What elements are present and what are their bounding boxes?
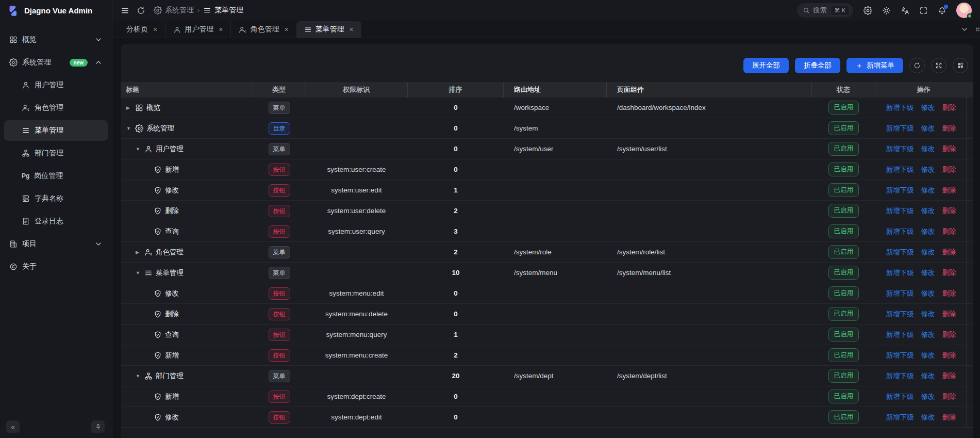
action-add-child[interactable]: 新增下级 (886, 351, 914, 360)
expand-row-arrow-icon[interactable]: ▶ (126, 105, 134, 110)
action-add-child[interactable]: 新增下级 (886, 248, 914, 257)
collapse-all-button[interactable]: 折叠全部 (795, 58, 840, 73)
action-delete[interactable]: 删除 (942, 330, 956, 339)
action-add-child[interactable]: 新增下级 (886, 392, 914, 401)
action-add-child[interactable]: 新增下级 (886, 206, 914, 216)
fullscreen-icon[interactable] (919, 6, 928, 15)
content-maximize-button[interactable] (973, 21, 980, 38)
language-translate-icon[interactable] (901, 6, 909, 15)
add-menu-button[interactable]: ＋ 新增菜单 (846, 58, 903, 73)
collapse-row-arrow-icon[interactable]: ▼ (126, 126, 134, 131)
user-avatar[interactable] (956, 3, 972, 18)
sidebar-item-log[interactable]: 登录日志 (4, 211, 108, 232)
close-tab-icon[interactable]: × (153, 26, 157, 33)
notifications-button[interactable] (938, 6, 946, 15)
close-tab-icon[interactable]: × (219, 26, 223, 33)
close-tab-icon[interactable]: × (350, 26, 354, 33)
sidebar-item-grid[interactable]: 概览 (4, 29, 108, 50)
sidebar-item-copyright[interactable]: 关于 (4, 256, 108, 277)
action-add-child[interactable]: 新增下级 (886, 227, 914, 236)
action-edit[interactable]: 修改 (921, 227, 935, 236)
action-add-child[interactable]: 新增下级 (886, 310, 914, 319)
action-delete[interactable]: 删除 (942, 392, 956, 401)
tab-0[interactable]: 分析页 × (119, 21, 165, 38)
tab-2[interactable]: 角色管理 × (230, 21, 296, 38)
action-edit[interactable]: 修改 (921, 289, 935, 298)
pin-sidebar-button[interactable] (91, 420, 105, 433)
action-delete[interactable]: 删除 (942, 289, 956, 298)
settings-gear-icon[interactable] (863, 6, 872, 15)
action-edit[interactable]: 修改 (921, 103, 935, 112)
action-edit[interactable]: 修改 (921, 186, 935, 195)
row-title: 查询 (165, 227, 179, 236)
theme-sun-icon[interactable] (882, 6, 891, 15)
refresh-icon[interactable] (137, 6, 145, 15)
close-tab-icon[interactable]: × (284, 26, 288, 33)
sidebar-item-org[interactable]: 部门管理 (4, 143, 108, 164)
expand-table-button[interactable] (931, 58, 946, 73)
sidebar-item-dict[interactable]: 字典名称 (4, 188, 108, 209)
expand-all-button[interactable]: 展开全部 (743, 58, 789, 73)
action-edit[interactable]: 修改 (921, 165, 935, 174)
action-edit[interactable]: 修改 (921, 248, 935, 257)
refresh-table-button[interactable] (909, 58, 925, 73)
sidebar-item-user[interactable]: 用户管理 (4, 75, 108, 95)
action-edit[interactable]: 修改 (921, 351, 935, 360)
logo[interactable]: Djagno Vue Admin (0, 0, 112, 21)
action-delete[interactable]: 删除 (942, 351, 956, 360)
sidebar-item-role[interactable]: 角色管理 (4, 98, 108, 118)
column-settings-button[interactable] (953, 58, 968, 73)
action-edit[interactable]: 修改 (921, 268, 935, 278)
tab-label: 菜单管理 (315, 25, 344, 34)
breadcrumb-item-system[interactable]: 系统管理 (154, 6, 194, 15)
tab-3[interactable]: 菜单管理 × (296, 21, 361, 38)
action-edit[interactable]: 修改 (921, 371, 935, 381)
action-edit[interactable]: 修改 (921, 310, 935, 319)
expand-row-arrow-icon[interactable]: ▶ (136, 250, 143, 255)
action-add-child[interactable]: 新增下级 (886, 413, 914, 422)
action-delete[interactable]: 删除 (942, 144, 956, 154)
tab-1[interactable]: 用户管理 × (165, 21, 230, 38)
action-delete[interactable]: 删除 (942, 103, 956, 112)
collapse-row-arrow-icon[interactable]: ▼ (136, 147, 143, 152)
action-add-child[interactable]: 新增下级 (886, 330, 914, 339)
action-add-child[interactable]: 新增下级 (886, 124, 914, 133)
action-add-child[interactable]: 新增下级 (886, 186, 914, 195)
collapse-sidebar-button[interactable]: « (6, 420, 20, 433)
action-edit[interactable]: 修改 (921, 124, 935, 133)
search-input[interactable]: 搜索 ⌘ K (797, 3, 853, 18)
action-add-child[interactable]: 新增下级 (886, 371, 914, 381)
shield-icon (154, 289, 162, 298)
action-delete[interactable]: 删除 (942, 268, 956, 278)
action-delete[interactable]: 删除 (942, 413, 956, 422)
action-delete[interactable]: 删除 (942, 371, 956, 381)
action-delete[interactable]: 删除 (942, 206, 956, 216)
breadcrumb-item-menu[interactable]: 菜单管理 (203, 6, 243, 15)
action-add-child[interactable]: 新增下级 (886, 268, 914, 278)
action-edit[interactable]: 修改 (921, 144, 935, 154)
action-add-child[interactable]: 新增下级 (886, 103, 914, 112)
action-delete[interactable]: 删除 (942, 186, 956, 195)
hamburger-menu-icon[interactable] (121, 6, 129, 15)
sidebar: Djagno Vue Admin 概览 系统管理 new 用户管理 角色管理 菜… (0, 0, 112, 438)
action-edit[interactable]: 修改 (921, 392, 935, 401)
collapse-row-arrow-icon[interactable]: ▼ (136, 374, 143, 379)
action-delete[interactable]: 删除 (942, 124, 956, 133)
collapse-row-arrow-icon[interactable]: ▼ (136, 270, 143, 275)
action-delete[interactable]: 删除 (942, 227, 956, 236)
sidebar-item-menu[interactable]: 菜单管理 (4, 120, 108, 141)
action-delete[interactable]: 删除 (942, 310, 956, 319)
action-edit[interactable]: 修改 (921, 330, 935, 339)
sidebar-item-gear[interactable]: 系统管理 new (4, 52, 108, 73)
permission-code: system:user:create (327, 166, 386, 173)
sidebar-item-pg[interactable]: Pg 岗位管理 (4, 166, 108, 186)
sidebar-item-building[interactable]: 项目 (4, 234, 108, 254)
action-edit[interactable]: 修改 (921, 206, 935, 216)
action-delete[interactable]: 删除 (942, 248, 956, 257)
action-add-child[interactable]: 新增下级 (886, 289, 914, 298)
action-delete[interactable]: 删除 (942, 165, 956, 174)
tab-list-dropdown-button[interactable] (956, 21, 973, 38)
action-add-child[interactable]: 新增下级 (886, 144, 914, 154)
action-add-child[interactable]: 新增下级 (886, 165, 914, 174)
action-edit[interactable]: 修改 (921, 413, 935, 422)
